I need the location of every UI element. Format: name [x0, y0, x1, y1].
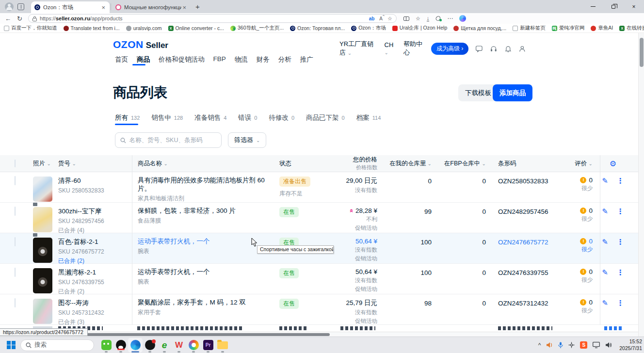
product-name-link[interactable]: 具有消毒作用的强效多功能清洁地板片剂 60 片。: [138, 176, 274, 193]
add-product-button[interactable]: 添加商品: [493, 84, 532, 101]
edit-pencil-icon[interactable]: ✎: [602, 238, 608, 246]
tab-ready[interactable]: 准备销售4: [194, 113, 226, 122]
edit-pencil-icon[interactable]: ✎: [602, 207, 608, 216]
nav-item-analytics[interactable]: 分析: [278, 55, 291, 64]
language-selector[interactable]: CH ⌄: [385, 41, 397, 56]
favorites-icon[interactable]: ☆: [416, 16, 420, 22]
merged-label[interactable]: 已合并 (4): [58, 226, 128, 235]
header-name[interactable]: 商品名称 ⌄: [132, 160, 274, 168]
header-fbp-warehouse[interactable]: 在FBP仓库中 ⌄: [432, 160, 486, 168]
filters-button[interactable]: 筛选器⌄: [228, 132, 266, 148]
tray-remote-tool-icon[interactable]: [568, 342, 575, 348]
browser-tab-ozon[interactable]: Ozon：市场 ×: [31, 1, 110, 13]
taskbar-app-qq[interactable]: [113, 338, 128, 353]
vertical-scrollbar-thumb[interactable]: [640, 38, 644, 67]
tray-sogou-icon[interactable]: S: [580, 341, 587, 349]
download-template-button[interactable]: 下载模板: [458, 84, 498, 101]
tray-volume-icon[interactable]: [605, 342, 612, 348]
header-my-warehouse[interactable]: 在我的仓库里 ⌄: [377, 160, 432, 168]
tab-to-fix[interactable]: 待修改0: [269, 113, 294, 122]
product-photo[interactable]: [33, 207, 52, 232]
edit-pencil-icon[interactable]: ✎: [602, 176, 608, 185]
tab-all[interactable]: 所有132: [115, 113, 140, 122]
taskbar-app-browser360[interactable]: [186, 338, 201, 353]
barcode-link[interactable]: OZN2476675772: [498, 239, 548, 246]
bookmark-item[interactable]: 新建标签页: [513, 25, 546, 32]
back-icon[interactable]: ←: [5, 15, 11, 22]
nav-item-pricing[interactable]: 价格和促销活动: [159, 55, 205, 64]
taskbar-app-media[interactable]: [143, 338, 157, 353]
nav-item-promotion[interactable]: 推广: [300, 55, 313, 64]
tray-microphone-icon[interactable]: [558, 342, 563, 349]
article-code[interactable]: 百色-首标-2-1: [58, 238, 128, 246]
notifications-bell-icon[interactable]: [504, 44, 512, 53]
header-photo[interactable]: 照片 ⌄: [33, 160, 58, 168]
product-name-link[interactable]: 运动手表带打火机，一个: [138, 268, 274, 276]
tab-close-icon[interactable]: ×: [181, 4, 187, 11]
taskbar-app-premiere[interactable]: Pr: [201, 338, 215, 353]
merged-label[interactable]: 已合并 (2): [58, 288, 128, 296]
taskbar-app-edge[interactable]: [128, 338, 143, 353]
bookmark-item[interactable]: 章鱼AI: [591, 25, 613, 32]
support-headset-icon[interactable]: [490, 44, 498, 53]
browser-profile-avatar[interactable]: [5, 2, 14, 11]
row-checkbox[interactable]: [15, 176, 16, 185]
bookmark-item[interactable]: XOnline converter - c...: [168, 25, 224, 31]
copilot-icon[interactable]: [459, 15, 466, 22]
tray-audio-manager-icon[interactable]: [546, 342, 553, 348]
row-menu-icon[interactable]: ⋮: [617, 207, 624, 216]
bookmark-item[interactable]: Ural企库 | Ozon Help: [392, 25, 447, 32]
row-checkbox[interactable]: [15, 237, 16, 246]
merged-label[interactable]: 已合并 (2): [58, 257, 128, 265]
new-tab-button[interactable]: +: [191, 2, 205, 11]
nav-item-finance[interactable]: 财务: [257, 55, 270, 64]
header-article[interactable]: 货号 ⌄: [58, 160, 132, 168]
search-input[interactable]: [129, 137, 216, 144]
product-name-link[interactable]: 聚氨酯涂层，家务手套，M 码，12 双: [138, 299, 274, 307]
article-code[interactable]: 300zhi--宝下摩: [58, 207, 128, 216]
bookmark-item[interactable]: 纯爱纯净官网: [552, 25, 585, 32]
header-rating[interactable]: 评价 ⌄: [547, 160, 593, 168]
read-aloud-icon[interactable]: A: [379, 16, 383, 21]
row-checkbox[interactable]: [15, 268, 16, 277]
ozon-seller-logo[interactable]: OZONSeller: [113, 39, 168, 50]
rating-value[interactable]: 0: [589, 238, 593, 245]
taskbar-app-wps[interactable]: W: [172, 338, 186, 353]
chat-icon[interactable]: [475, 44, 483, 53]
taskbar-search[interactable]: 搜索: [20, 339, 94, 351]
nav-item-logistics[interactable]: 物流: [235, 55, 248, 64]
close-window-button[interactable]: ×: [624, 0, 644, 13]
tab-errors[interactable]: 错误0: [238, 113, 257, 122]
row-menu-icon[interactable]: ⋮: [617, 268, 624, 277]
bookmark-item[interactable]: Translate text from i...: [64, 25, 120, 31]
bookmark-item[interactable]: X在线转换器 - 免费...: [619, 25, 644, 32]
edit-pencil-icon[interactable]: ✎: [602, 268, 608, 277]
restore-button[interactable]: [603, 0, 624, 13]
url-field[interactable]: https://seller.ozon.ru/app/products ab A…: [28, 14, 397, 23]
row-menu-icon[interactable]: ⋮: [617, 299, 624, 307]
product-photo[interactable]: [33, 299, 52, 324]
row-checkbox[interactable]: [15, 207, 16, 216]
product-photo[interactable]: [33, 238, 52, 263]
minimize-button[interactable]: [583, 0, 603, 13]
more-menu-icon[interactable]: ⋯: [447, 15, 453, 22]
taskbar-app-ie[interactable]: e: [157, 338, 172, 353]
premium-button[interactable]: 成为高级 ›: [431, 43, 468, 55]
browser-tab-second[interactable]: Мощные многофункциональнь ×: [112, 1, 191, 13]
article-code[interactable]: 黑濑湾标-2-1: [58, 268, 128, 277]
browser-essentials-icon[interactable]: [435, 16, 441, 21]
bookmark-item[interactable]: Ozon：市场: [351, 25, 386, 32]
article-code[interactable]: 清界-60: [58, 176, 128, 185]
row-menu-icon[interactable]: ⋮: [617, 238, 624, 246]
taskbar-clock[interactable]: 15:52 2025/7/31: [619, 338, 642, 351]
table-settings-gear-icon[interactable]: ⚙: [610, 159, 616, 168]
nav-item-products[interactable]: 商品: [137, 55, 150, 64]
horizontal-scrollbar[interactable]: [0, 332, 638, 337]
vertical-scrollbar[interactable]: [638, 33, 644, 337]
start-button[interactable]: [7, 341, 16, 350]
product-photo[interactable]: [33, 176, 52, 202]
favorite-star-icon[interactable]: ☆: [387, 16, 392, 22]
bookmark-item[interactable]: Ozon: Торговая пл...: [290, 25, 345, 31]
help-center-link[interactable]: 帮助中心: [403, 40, 424, 57]
article-code[interactable]: 图岑--寿涛: [58, 299, 128, 307]
